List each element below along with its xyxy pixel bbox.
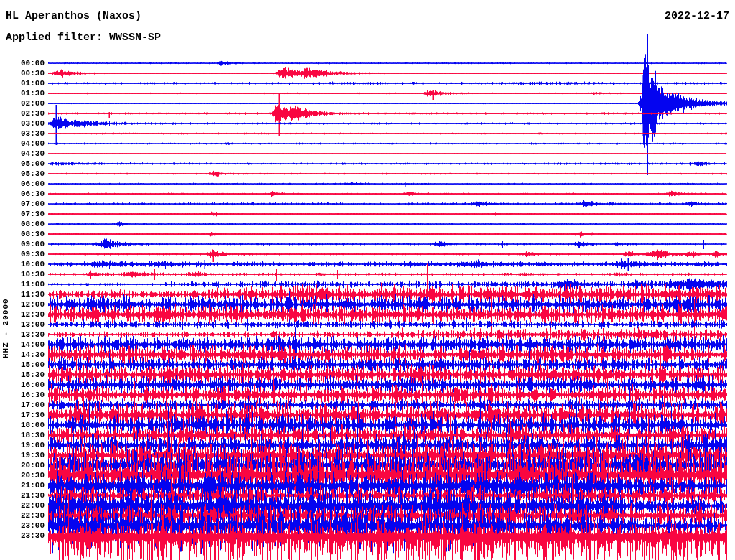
- row-time-label: 01:30: [0, 89, 45, 98]
- row-time-label: 21:30: [0, 491, 45, 500]
- helicorder-view: HL Aperanthos (Naxos) Applied filter: WW…: [0, 0, 735, 560]
- row-time-label: 19:30: [0, 451, 45, 459]
- row-time-label: 06:00: [0, 179, 45, 188]
- row-time-label: 09:00: [0, 240, 45, 248]
- row-time-label: 10:00: [0, 260, 45, 269]
- row-time-label: 22:30: [0, 511, 45, 520]
- row-time-label: 06:30: [0, 190, 45, 198]
- row-time-label: 16:30: [0, 391, 45, 399]
- row-time-label: 12:00: [0, 300, 45, 309]
- row-time-label: 23:30: [0, 531, 45, 540]
- date-label: 2022-12-17: [665, 10, 729, 22]
- row-time-label: 04:00: [0, 139, 45, 148]
- row-time-label: 03:00: [0, 119, 45, 128]
- row-time-label: 03:30: [0, 129, 45, 138]
- row-time-label: 14:30: [0, 350, 45, 359]
- row-time-label: 19:00: [0, 441, 45, 449]
- row-time-label: 05:00: [0, 159, 45, 168]
- row-time-label: 20:00: [0, 461, 45, 470]
- row-time-label: 17:00: [0, 401, 45, 409]
- row-time-label: 01:00: [0, 79, 45, 88]
- row-time-label: 20:30: [0, 471, 45, 480]
- time-axis-labels: 00:0000:3001:0001:3002:0002:3003:0003:30…: [0, 0, 45, 560]
- row-time-label: 05:30: [0, 169, 45, 178]
- row-time-label: 07:30: [0, 210, 45, 218]
- row-time-label: 02:00: [0, 99, 45, 108]
- row-time-label: 23:00: [0, 521, 45, 530]
- row-time-label: 08:30: [0, 230, 45, 238]
- row-time-label: 18:00: [0, 421, 45, 429]
- row-time-label: 00:30: [0, 69, 45, 78]
- row-time-label: 18:30: [0, 431, 45, 439]
- row-time-label: 11:00: [0, 280, 45, 289]
- row-time-label: 16:00: [0, 381, 45, 389]
- row-time-label: 17:30: [0, 411, 45, 419]
- row-time-label: 10:30: [0, 270, 45, 279]
- row-time-label: 15:30: [0, 370, 45, 379]
- helicorder-canvas: [0, 0, 735, 560]
- row-time-label: 04:30: [0, 149, 45, 158]
- row-time-label: 09:30: [0, 250, 45, 258]
- row-time-label: 22:00: [0, 501, 45, 510]
- row-time-label: 13:00: [0, 320, 45, 329]
- row-time-label: 02:30: [0, 109, 45, 118]
- row-time-label: 08:00: [0, 220, 45, 228]
- row-time-label: 21:00: [0, 481, 45, 490]
- row-time-label: 00:00: [0, 59, 45, 67]
- row-time-label: 07:00: [0, 200, 45, 208]
- row-time-label: 13:30: [0, 330, 45, 339]
- row-time-label: 14:00: [0, 340, 45, 349]
- row-time-label: 15:00: [0, 360, 45, 369]
- row-time-label: 11:30: [0, 290, 45, 299]
- row-time-label: 12:30: [0, 310, 45, 319]
